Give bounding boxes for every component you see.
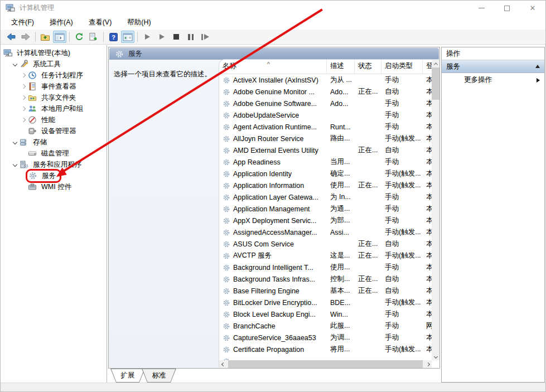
- more-actions-item[interactable]: 更多操作: [442, 73, 544, 87]
- tree-item-事件查看器[interactable]: 事件查看器: [1, 81, 107, 92]
- service-gear-icon: [223, 334, 230, 342]
- up-level-button[interactable]: [38, 31, 52, 43]
- horizontal-scroll-thumb[interactable]: [228, 360, 423, 368]
- scroll-left-button[interactable]: [219, 360, 227, 368]
- horizontal-scrollbar[interactable]: [219, 360, 432, 368]
- tree-item-磁盘管理[interactable]: 磁盘管理: [1, 148, 107, 159]
- view-tab-标准[interactable]: 标准: [142, 369, 176, 383]
- tree-item-存储[interactable]: 存储: [1, 137, 107, 148]
- service-row[interactable]: Application Information使用...正在...手动(触发..…: [219, 180, 432, 191]
- service-row[interactable]: Certificate Propagation将用...手动(触发...本: [219, 343, 432, 355]
- column-header-4[interactable]: 登录为: [423, 60, 432, 74]
- chevron-down-icon[interactable]: [11, 62, 19, 66]
- service-description: 为 In...: [327, 192, 355, 202]
- view-tab-扩展[interactable]: 扩展: [110, 369, 145, 383]
- service-name: AllJoyn Router Service: [219, 135, 327, 143]
- service-description: 使用...: [327, 181, 355, 190]
- tree-item-本地用户和组[interactable]: 本地用户和组: [1, 103, 107, 114]
- menu-bar: 文件(F)操作(A)查看(V)帮助(H): [1, 16, 545, 30]
- tree-item-label: 服务和应用程序: [31, 159, 84, 170]
- service-row[interactable]: ASUS Com Service正在...自动本: [219, 238, 432, 250]
- service-logon-as: 本: [423, 345, 432, 354]
- service-row[interactable]: Base Filtering Engine基本...正在...自动本: [219, 285, 432, 297]
- service-row[interactable]: AMD External Events Utility正在...自动本: [219, 144, 432, 156]
- column-header-1[interactable]: 描述: [327, 60, 355, 74]
- column-header-2[interactable]: 状态: [355, 60, 381, 74]
- export-list-button[interactable]: [87, 31, 100, 43]
- chevron-right-icon[interactable]: [20, 85, 27, 88]
- maximize-button[interactable]: [494, 1, 520, 16]
- tree-item-WMI 控件[interactable]: WMI 控件: [1, 181, 107, 192]
- service-row[interactable]: AllJoyn Router Service路由...手动(触发...本: [219, 133, 432, 144]
- close-button[interactable]: ✕: [520, 1, 545, 16]
- chevron-right-icon[interactable]: [20, 74, 27, 77]
- tree-item-系统工具[interactable]: 系统工具: [1, 59, 107, 70]
- tree-item-共享文件夹[interactable]: 共享文件夹: [1, 92, 107, 103]
- refresh-button[interactable]: [73, 31, 86, 43]
- service-row[interactable]: Block Level Backup Engi...Win...手动本: [219, 308, 432, 320]
- forward-button[interactable]: [19, 31, 32, 43]
- service-row[interactable]: AVCTP 服务这是...正在...手动(触发...本: [219, 250, 432, 262]
- tree-item-服务和应用程序[interactable]: 服务和应用程序: [1, 159, 107, 170]
- actions-section-services[interactable]: 服务: [442, 60, 544, 73]
- service-row[interactable]: Application Identity确定...手动(触发...本: [219, 168, 432, 180]
- minimize-icon: [479, 8, 485, 8]
- tree-item-任务计划程序[interactable]: 任务计划程序: [1, 70, 107, 81]
- chevron-right-icon[interactable]: [20, 118, 27, 122]
- menu-item-1[interactable]: 操作(A): [44, 16, 79, 29]
- console-tree-icon: [55, 33, 65, 41]
- service-row[interactable]: BitLocker Drive Encryptio...BDE...手动(触发.…: [219, 297, 432, 308]
- service-row[interactable]: ActiveX Installer (AxInstSV)为从 ...手动本: [219, 74, 432, 86]
- console-tree-toggle[interactable]: [53, 31, 66, 43]
- service-name: Background Tasks Infras...: [219, 275, 327, 283]
- start-service-button[interactable]: [141, 31, 154, 43]
- resume-service-button[interactable]: [155, 31, 168, 43]
- toolbar: ?: [1, 30, 545, 45]
- pause-service-button[interactable]: [184, 31, 197, 43]
- scroll-down-button[interactable]: [432, 352, 439, 360]
- action-pane-toggle[interactable]: [121, 31, 134, 43]
- service-row[interactable]: App Readiness当用...手动本: [219, 156, 432, 168]
- column-header-0[interactable]: 名称^: [219, 60, 327, 74]
- service-row[interactable]: Application Management为通...手动本: [219, 203, 432, 215]
- collapse-icon[interactable]: [535, 65, 540, 68]
- tree-item-设备管理器[interactable]: 设备管理器: [1, 125, 107, 137]
- back-button[interactable]: [4, 31, 18, 43]
- help-button[interactable]: ?: [107, 31, 120, 43]
- service-row[interactable]: CaptureService_36aaea53为调...手动本: [219, 332, 432, 343]
- service-row[interactable]: Adobe Genuine Monitor ...Ado...正在...自动本: [219, 86, 432, 98]
- service-row[interactable]: Agent Activation Runtime...Runt...手动本: [219, 121, 432, 133]
- submenu-arrow-icon: [537, 78, 540, 83]
- service-row[interactable]: AppX Deployment Servic...为部...手动本: [219, 215, 432, 226]
- vertical-scrollbar[interactable]: [432, 60, 439, 360]
- tree-item-性能[interactable]: 性能: [1, 114, 107, 125]
- service-row[interactable]: Application Layer Gatewa...为 In...手动本: [219, 191, 432, 203]
- menu-item-2[interactable]: 查看(V): [83, 16, 118, 29]
- chevron-down-icon[interactable]: [11, 163, 19, 166]
- chevron-down-icon[interactable]: [11, 141, 19, 144]
- menu-item-0[interactable]: 文件(F): [6, 16, 40, 29]
- chevron-right-icon[interactable]: [20, 107, 27, 110]
- service-row[interactable]: AdobeUpdateService手动本: [219, 109, 432, 121]
- service-row[interactable]: BranchCache此服...手动网: [219, 320, 432, 332]
- service-description: Runt...: [327, 123, 355, 131]
- menu-item-3[interactable]: 帮助(H): [122, 16, 156, 29]
- chevron-right-icon[interactable]: [20, 96, 27, 99]
- service-row[interactable]: Background Intelligent T...使用...手动本: [219, 262, 432, 273]
- service-row[interactable]: Background Tasks Infras...控制...正在...自动本: [219, 273, 432, 285]
- scroll-right-button[interactable]: [424, 360, 432, 368]
- column-header-3[interactable]: 启动类型: [381, 60, 423, 74]
- service-row[interactable]: Adobe Genuine Software...Ado...手动本: [219, 98, 432, 109]
- service-gear-icon: [223, 275, 230, 283]
- minimize-button[interactable]: [468, 1, 494, 16]
- vertical-scroll-thumb[interactable]: [432, 67, 439, 100]
- tree-item-计算机管理(本地)[interactable]: 计算机管理(本地): [1, 47, 107, 59]
- task-scheduler-icon: [27, 71, 37, 80]
- restart-service-button[interactable]: [199, 31, 212, 43]
- service-row[interactable]: AssignedAccessManager...Assi...手动(触发...本: [219, 226, 432, 238]
- tree-item-服务[interactable]: 服务: [1, 170, 107, 181]
- window-title: 计算机管理: [20, 3, 55, 13]
- stop-service-button[interactable]: [170, 31, 183, 43]
- tree-item-label: WMI 控件: [40, 182, 73, 192]
- scroll-up-button[interactable]: [432, 60, 439, 67]
